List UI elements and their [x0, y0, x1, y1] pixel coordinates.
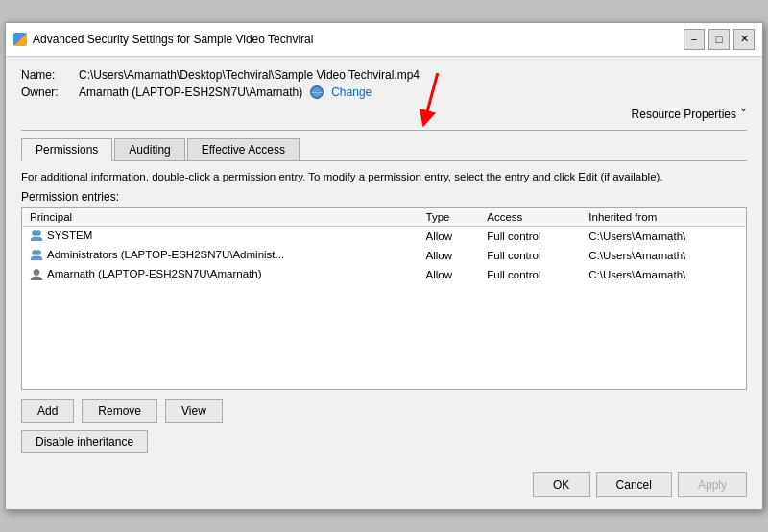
svg-point-4 [34, 270, 39, 276]
user-icon [30, 268, 43, 281]
table-body: SYSTEMAllowFull controlC:\Users\Amarnath… [22, 227, 746, 285]
resource-props-row: Resource Properties ˅ [21, 107, 747, 122]
maximize-button[interactable]: □ [708, 29, 730, 50]
resource-props-link[interactable]: Resource Properties [632, 108, 736, 121]
cell-type: Allow [419, 246, 480, 265]
cell-access: Full control [479, 227, 581, 247]
name-value: C:\Users\Amarnath\Desktop\Techviral\Samp… [79, 68, 420, 82]
permission-info-text: For additional information, double-click… [21, 169, 747, 184]
close-button[interactable]: ✕ [733, 29, 755, 50]
change-link[interactable]: Change [331, 85, 372, 99]
col-type: Type [419, 208, 480, 227]
permission-table-container: Principal Type Access Inherited from SYS… [21, 207, 747, 390]
tab-auditing[interactable]: Auditing [114, 138, 184, 160]
cell-type: Allow [419, 227, 480, 247]
name-row: Name: C:\Users\Amarnath\Desktop\Techvira… [21, 68, 747, 82]
add-button[interactable]: Add [21, 399, 74, 423]
owner-value: Amarnath (LAPTOP-ESH2SN7U\Amarnath) [79, 85, 302, 99]
permission-table: Principal Type Access Inherited from SYS… [22, 208, 746, 284]
divider [21, 130, 747, 131]
cell-inherited-from: C:\Users\Amarnath\ [581, 265, 746, 284]
col-access: Access [479, 208, 581, 227]
title-bar: Advanced Security Settings for Sample Vi… [6, 23, 762, 57]
tabs-container: Permissions Auditing Effective Access [21, 138, 747, 161]
svg-point-3 [36, 251, 41, 255]
dialog-footer: OK Cancel Apply [6, 465, 762, 509]
cancel-button[interactable]: Cancel [596, 472, 672, 497]
col-inherited-from: Inherited from [581, 208, 746, 227]
svg-point-1 [36, 231, 41, 236]
window-icon [13, 33, 27, 46]
cell-inherited-from: C:\Users\Amarnath\ [581, 246, 746, 265]
cell-principal: Amarnath (LAPTOP-ESH2SN7U\Amarnath) [22, 265, 419, 284]
cell-access: Full control [479, 246, 581, 265]
owner-label: Owner: [21, 85, 71, 99]
cell-access: Full control [479, 265, 581, 284]
cell-inherited-from: C:\Users\Amarnath\ [581, 227, 746, 247]
tab-permissions[interactable]: Permissions [21, 138, 112, 161]
cell-type: Allow [419, 265, 480, 284]
permission-entries-label: Permission entries: [21, 190, 747, 204]
dialog-window: Advanced Security Settings for Sample Vi… [5, 22, 763, 510]
table-row[interactable]: Amarnath (LAPTOP-ESH2SN7U\Amarnath)Allow… [22, 265, 746, 284]
tab-effective-access[interactable]: Effective Access [187, 138, 300, 160]
group-icon [30, 230, 43, 243]
table-header: Principal Type Access Inherited from [22, 208, 746, 227]
col-principal: Principal [22, 208, 419, 227]
remove-button[interactable]: Remove [82, 399, 157, 423]
owner-row: Owner: Amarnath (LAPTOP-ESH2SN7U\Amarnat… [21, 85, 747, 99]
name-label: Name: [21, 68, 71, 82]
disable-inheritance-button[interactable]: Disable inheritance [21, 430, 148, 453]
minimize-button[interactable]: − [684, 29, 705, 50]
dialog-body: Name: C:\Users\Amarnath\Desktop\Techvira… [6, 57, 762, 465]
cell-principal: Administrators (LAPTOP-ESH2SN7U\Administ… [22, 246, 419, 265]
ok-button[interactable]: OK [533, 472, 590, 497]
window-title: Advanced Security Settings for Sample Vi… [33, 33, 678, 46]
view-button[interactable]: View [165, 399, 223, 423]
group-icon [30, 249, 43, 262]
action-buttons-row: Add Remove View [21, 399, 747, 423]
title-bar-controls: − □ ✕ [684, 29, 755, 50]
cell-principal: SYSTEM [22, 227, 419, 247]
table-row[interactable]: SYSTEMAllowFull controlC:\Users\Amarnath… [22, 227, 746, 247]
chevron-down-icon: ˅ [740, 107, 747, 122]
table-row[interactable]: Administrators (LAPTOP-ESH2SN7U\Administ… [22, 246, 746, 265]
globe-icon [310, 85, 324, 99]
apply-button[interactable]: Apply [678, 472, 747, 497]
